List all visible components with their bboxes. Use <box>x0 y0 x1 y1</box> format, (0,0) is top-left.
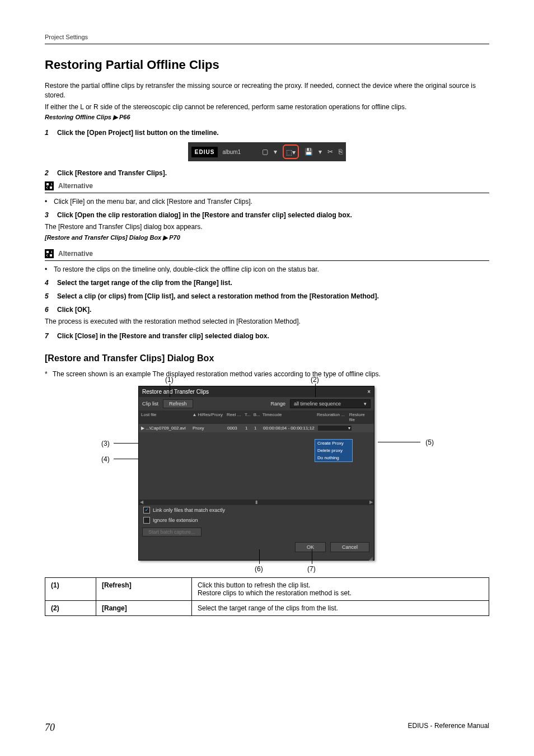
clip-table-header: Lost file ▲ HiRes/Proxy Reel ... T... B.… <box>139 410 374 424</box>
step-number: 5 <box>45 292 57 300</box>
step-number: 6 <box>45 306 57 314</box>
table-row: (1) [Refresh] Click this button to refre… <box>45 577 489 600</box>
alternative-label: Alternative <box>58 182 93 190</box>
range-label: Range <box>270 401 285 407</box>
save-icon[interactable]: 💾 <box>305 148 313 156</box>
xref-label: Restoring Offline Clips <box>45 114 111 120</box>
alternative-icon <box>45 181 54 190</box>
item-description: Select the target range of the clips fro… <box>192 600 489 615</box>
xref-dialog-box[interactable]: [Restore and Transfer Clips] Dialog Box▶… <box>45 234 489 241</box>
dialog-heading: [Restore and Transfer Clips] Dialog Box <box>45 353 489 363</box>
alternative-label: Alternative <box>58 250 93 258</box>
step-text: Click [Restore and Transfer Clips]. <box>57 169 167 177</box>
chevron-down-icon: ▾ <box>364 401 367 407</box>
dropdown-option[interactable]: Do nothing <box>315 454 352 461</box>
new-icon[interactable]: ▢ <box>262 148 268 156</box>
alt-bullet-2: To restore the clips on the timeline onl… <box>45 265 489 273</box>
step-number: 7 <box>45 332 57 340</box>
alternative-heading: Alternative <box>45 181 489 193</box>
refresh-button[interactable]: Refresh <box>163 399 193 408</box>
step-text: Click the [Open Project] list button on … <box>57 129 219 137</box>
clip-list-label: Clip list <box>142 401 158 407</box>
checkbox-match-exactly[interactable]: ✓Link only files that match exactly <box>139 505 374 515</box>
callout-4: (4) <box>101 455 110 463</box>
page-number: 70 <box>45 722 55 734</box>
callout-7: (7) <box>307 565 316 573</box>
callout-2: (2) <box>311 376 319 384</box>
arrow-icon: ▶ <box>163 234 167 241</box>
step-text: Select a clip (or clips) from [Clip list… <box>57 292 379 300</box>
resize-grip-icon[interactable]: ◢ <box>139 556 374 560</box>
dropdown-icon[interactable]: ▾ <box>318 148 322 156</box>
item-name: [Range] <box>96 600 192 615</box>
step-5: 5 Select a clip (or clips) from [Clip li… <box>45 292 489 300</box>
checkbox-ignore-extension[interactable]: Ignore file extension <box>139 515 374 525</box>
callout-1: (1) <box>165 376 174 384</box>
xref-page: P70 <box>169 234 180 241</box>
step-number: 1 <box>45 129 57 137</box>
item-name: [Refresh] <box>96 577 192 600</box>
callout-3: (3) <box>101 440 110 447</box>
horizontal-scrollbar[interactable]: ◀▮▶ <box>139 500 374 505</box>
dialog-figure: (1) (2) (3) (4) (5) (6) (7) Restore and … <box>127 386 407 561</box>
breadcrumb: Project Settings <box>45 34 489 44</box>
xref-restoring-offline[interactable]: Restoring Offline Clips▶P66 <box>45 114 489 121</box>
ok-button[interactable]: OK <box>295 542 326 552</box>
description-table: (1) [Refresh] Click this button to refre… <box>45 577 489 616</box>
dropdown-icon[interactable]: ▾ <box>292 148 296 156</box>
step-text: Click [Close] in the [Restore and transf… <box>57 332 269 340</box>
dropdown-option[interactable]: Delete proxy <box>315 447 352 454</box>
project-name: album1 <box>222 149 241 155</box>
range-select[interactable]: all timeline sequence▾ <box>290 399 371 408</box>
step-text: Click [Open the clip restoration dialog]… <box>57 211 352 219</box>
restoration-dropdown[interactable]: Create Proxy Delete proxy Do nothing <box>315 439 353 462</box>
dialog-note: The screen shown is an example The displ… <box>45 370 489 378</box>
step-text: Select the target range of the clip from… <box>57 279 232 287</box>
dialog-titlebar: Restore and Transfer Clips × <box>139 386 374 397</box>
svg-rect-1 <box>45 249 54 258</box>
xref-page: P66 <box>119 114 130 120</box>
edius-logo: EDIUS <box>191 147 218 157</box>
step-6-note: The process is executed with the restora… <box>45 317 489 326</box>
close-icon[interactable]: × <box>367 389 371 395</box>
cut-icon[interactable]: ✂ <box>327 148 333 156</box>
xref-label: [Restore and Transfer Clips] Dialog Box <box>45 234 161 241</box>
toolbar-figure: EDIUS album1 ▢ ▾ ⬚▾ 💾 ▾ ✂ ⎘ <box>45 142 489 161</box>
step-number: 3 <box>45 211 57 219</box>
step-3-note: The [Restore and Transfer Clips] dialog … <box>45 222 489 232</box>
page-title: Restoring Partial Offline Clips <box>45 58 489 72</box>
step-1: 1 Click the [Open Project] list button o… <box>45 129 489 137</box>
step-number: 4 <box>45 279 57 287</box>
item-description: Click this button to refresh the clip li… <box>192 577 489 600</box>
svg-rect-0 <box>45 181 54 190</box>
arrow-icon: ▶ <box>113 114 118 121</box>
start-batch-capture-button: Start batch capture... <box>142 528 202 536</box>
restoration-select[interactable]: ▾ <box>318 426 352 431</box>
step-text: Click [OK]. <box>57 306 91 314</box>
cancel-button[interactable]: Cancel <box>330 542 369 552</box>
callout-id: (2) <box>45 600 96 615</box>
open-project-icon[interactable]: ⬚ <box>286 148 292 156</box>
alternative-icon <box>45 249 54 258</box>
alt-bullet-1: Click [File] on the menu bar, and click … <box>45 198 489 206</box>
table-row: (2) [Range] Select the target range of t… <box>45 600 489 615</box>
dropdown-option[interactable]: Create Proxy <box>315 440 352 447</box>
step-6: 6 Click [OK]. <box>45 306 489 314</box>
dropdown-icon[interactable]: ▾ <box>274 148 277 156</box>
intro-paragraph-2: If either the L or R side of the stereos… <box>45 102 489 112</box>
callout-5: (5) <box>425 438 434 446</box>
copy-icon[interactable]: ⎘ <box>339 148 343 156</box>
callout-id: (1) <box>45 577 96 600</box>
dialog-title: Restore and Transfer Clips <box>142 389 209 395</box>
clip-table-row[interactable]: ▶ ...\Cap0709_002.avi Proxy 0003 1 1 00:… <box>139 424 374 432</box>
intro-paragraph-1: Restore the partial offline clips by ret… <box>45 81 489 100</box>
step-number: 2 <box>45 169 57 177</box>
step-3: 3 Click [Open the clip restoration dialo… <box>45 211 489 219</box>
step-7: 7 Click [Close] in the [Restore and tran… <box>45 332 489 340</box>
callout-6: (6) <box>255 565 263 573</box>
step-4: 4 Select the target range of the clip fr… <box>45 279 489 287</box>
step-2: 2 Click [Restore and Transfer Clips]. <box>45 169 489 177</box>
document-title: EDIUS - Reference Manual <box>408 722 489 734</box>
alternative-heading: Alternative <box>45 249 489 261</box>
